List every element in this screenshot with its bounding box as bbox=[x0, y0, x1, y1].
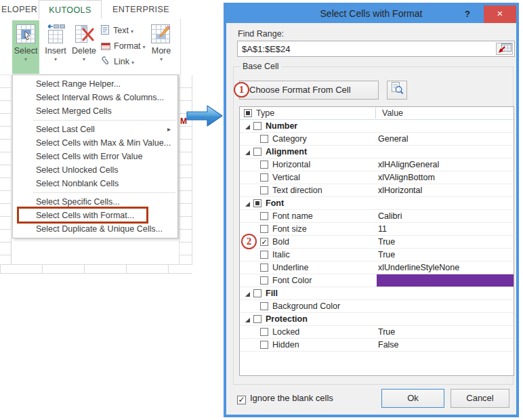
format-row-bold[interactable]: ✓BoldTrue2 bbox=[240, 236, 514, 249]
find-range-label: Find Range: bbox=[238, 29, 284, 39]
tree-expander-icon[interactable] bbox=[245, 318, 250, 322]
menu-item-select-cells-with-error-value[interactable]: Select Cells with Error Value bbox=[13, 150, 177, 163]
format-row-font-color[interactable]: Font Color bbox=[240, 274, 514, 287]
format-row-label: Locked bbox=[272, 326, 299, 338]
font-checkbox[interactable] bbox=[253, 199, 262, 207]
number-checkbox[interactable] bbox=[253, 122, 262, 130]
delete-button[interactable]: Delete ▾ bbox=[70, 20, 98, 74]
ok-button[interactable]: Ok bbox=[381, 389, 444, 408]
format-row-value: Calibri bbox=[378, 210, 402, 222]
category-checkbox[interactable] bbox=[260, 135, 268, 143]
menu-item-select-duplicate-unique-cells[interactable]: Select Duplicate & Unique Cells... bbox=[13, 222, 177, 236]
hidden-checkbox[interactable] bbox=[260, 341, 268, 349]
paperclip-icon bbox=[100, 56, 111, 66]
delete-button-label: Delete bbox=[70, 46, 98, 56]
tree-expander-icon[interactable] bbox=[245, 125, 250, 129]
preview-format-button[interactable] bbox=[387, 81, 407, 100]
format-row-protection[interactable]: Protection bbox=[240, 313, 514, 326]
ignore-blank-cells-option[interactable]: ✓Ignore the blank cells bbox=[237, 393, 333, 404]
menu-item-select-last-cell[interactable]: Select Last Cell▸ bbox=[13, 123, 177, 136]
menu-item-label: Select Interval Rows & Columns... bbox=[36, 93, 164, 102]
format-row-horizontal[interactable]: HorizontalxlHAlignGeneral bbox=[240, 159, 514, 171]
format-row-label: Hidden bbox=[272, 339, 299, 351]
menu-item-label: Select Duplicate & Unique Cells... bbox=[36, 224, 163, 234]
close-icon: × bbox=[497, 7, 503, 19]
choose-format-from-cell-button[interactable]: Choose Format From Cell bbox=[239, 81, 379, 100]
menu-separator bbox=[13, 190, 177, 195]
horizontal-checkbox[interactable] bbox=[260, 161, 268, 169]
font-name-checkbox[interactable] bbox=[260, 212, 268, 220]
chevron-down-icon: ▾ bbox=[42, 57, 69, 62]
format-row-category[interactable]: CategoryGeneral bbox=[240, 133, 514, 146]
menu-separator bbox=[13, 118, 177, 123]
menu-item-select-nonblank-cells[interactable]: Select Nonblank Cells bbox=[13, 177, 177, 190]
tree-expander-icon[interactable] bbox=[245, 202, 250, 207]
cancel-button[interactable]: Cancel bbox=[451, 389, 509, 408]
format-row-number[interactable]: Number bbox=[240, 120, 514, 133]
tab-kutools[interactable]: KUTOOLS bbox=[39, 0, 102, 19]
fill-checkbox[interactable] bbox=[253, 289, 262, 297]
format-row-italic[interactable]: ItalicTrue bbox=[240, 249, 514, 261]
format-row-locked[interactable]: LockedTrue bbox=[240, 326, 514, 339]
format-row-hidden[interactable]: HiddenFalse bbox=[240, 339, 514, 352]
ignore-blank-cells-checkbox[interactable]: ✓ bbox=[237, 396, 246, 404]
menu-item-select-unlocked-cells[interactable]: Select Unlocked Cells bbox=[13, 163, 177, 177]
menu-item-select-cells-with-format[interactable]: Select Cells with Format... bbox=[13, 209, 177, 222]
menu-item-select-merged-cells[interactable]: Select Merged Cells bbox=[13, 104, 177, 118]
font-color-checkbox[interactable] bbox=[260, 276, 268, 285]
ribbon-tab-bar: ELOPER KUTOOLS ENTERPRISE bbox=[0, 0, 182, 19]
tab-developer-partial[interactable]: ELOPER bbox=[1, 0, 37, 19]
format-row-fill[interactable]: Fill bbox=[240, 287, 514, 300]
format-row-label: Font size bbox=[272, 223, 307, 235]
format-row-font-name[interactable]: Font nameCalibri bbox=[240, 210, 514, 223]
more-button[interactable]: More ▾ bbox=[146, 20, 176, 74]
tree-expander-icon[interactable] bbox=[245, 150, 250, 155]
find-range-input[interactable] bbox=[238, 41, 495, 56]
format-row-background-color[interactable]: Background Color bbox=[240, 300, 514, 313]
spreadsheet-row-header-strip bbox=[0, 75, 12, 264]
format-row-font-size[interactable]: Font size11 bbox=[240, 223, 514, 236]
format-row-label: Underline bbox=[272, 261, 309, 274]
select-all-checkbox[interactable] bbox=[244, 109, 252, 117]
dialog-titlebar[interactable]: Select Cells with Format ? × bbox=[226, 5, 516, 23]
format-row-value: 11 bbox=[378, 223, 387, 235]
format-row-label: Italic bbox=[272, 249, 290, 261]
link-menu-button[interactable]: Link▾ bbox=[100, 55, 134, 68]
menu-item-select-interval-rows-columns[interactable]: Select Interval Rows & Columns... bbox=[13, 91, 177, 104]
tab-enterprise[interactable]: ENTERPRISE bbox=[107, 0, 175, 19]
format-row-label: Font bbox=[266, 197, 284, 209]
select-button[interactable]: Select ▾ bbox=[12, 20, 39, 74]
format-row-value: True bbox=[378, 236, 395, 248]
bold-checkbox[interactable]: ✓ bbox=[260, 238, 268, 246]
format-row-font[interactable]: Font bbox=[240, 197, 514, 210]
format-row-value: xlHAlignGeneral bbox=[378, 159, 439, 171]
font-size-checkbox[interactable] bbox=[260, 225, 268, 233]
menu-item-select-cells-with-max-min-value[interactable]: Select Cells with Max & Min Value... bbox=[13, 136, 177, 150]
format-row-underline[interactable]: UnderlinexlUnderlineStyleNone bbox=[240, 261, 514, 274]
close-button[interactable]: × bbox=[484, 5, 516, 23]
locked-checkbox[interactable] bbox=[260, 328, 268, 336]
format-row-alignment[interactable]: Alignment bbox=[240, 146, 514, 159]
text-menu-button[interactable]: Text▾ bbox=[100, 24, 133, 37]
base-cell-group-label: Base Cell bbox=[240, 62, 282, 71]
vertical-checkbox[interactable] bbox=[260, 173, 268, 182]
value-column-header: Value bbox=[382, 107, 403, 119]
range-selector-button[interactable] bbox=[496, 43, 513, 55]
menu-item-select-range-helper[interactable]: Select Range Helper... bbox=[13, 77, 177, 91]
format-row-text-direction[interactable]: Text directionxlHorizontal bbox=[240, 184, 514, 197]
spreadsheet-grid-row bbox=[0, 264, 192, 274]
menu-item-select-specific-cells[interactable]: Select Specific Cells... bbox=[13, 195, 177, 209]
format-menu-button[interactable]: Format▾ bbox=[100, 39, 146, 53]
protection-checkbox[interactable] bbox=[253, 315, 262, 323]
format-row-label: Text direction bbox=[272, 184, 322, 196]
help-button[interactable]: ? bbox=[461, 5, 474, 23]
chevron-down-icon: ▾ bbox=[12, 57, 39, 62]
insert-button[interactable]: Insert ▾ bbox=[42, 20, 69, 74]
text-direction-checkbox[interactable] bbox=[260, 186, 268, 194]
tree-expander-icon[interactable] bbox=[245, 292, 250, 297]
italic-checkbox[interactable] bbox=[260, 251, 268, 259]
format-row-vertical[interactable]: VerticalxlVAlignBottom bbox=[240, 171, 514, 184]
background-color-checkbox[interactable] bbox=[260, 302, 268, 310]
underline-checkbox[interactable] bbox=[260, 264, 268, 272]
alignment-checkbox[interactable] bbox=[253, 148, 262, 156]
